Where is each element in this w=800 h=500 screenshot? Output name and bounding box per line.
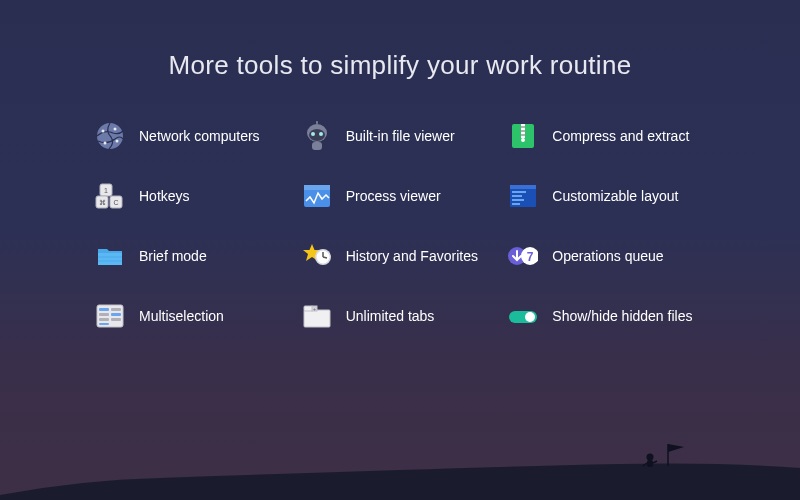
svg-point-55 xyxy=(525,312,535,322)
feature-label: Process viewer xyxy=(346,188,441,204)
feature-label: Unlimited tabs xyxy=(346,308,435,324)
feature-process-viewer: Process viewer xyxy=(302,181,499,211)
svg-rect-31 xyxy=(512,203,520,205)
svg-text:C: C xyxy=(113,199,118,206)
feature-hotkeys: 1 ⌘ C Hotkeys xyxy=(95,181,292,211)
svg-rect-48 xyxy=(111,318,121,321)
svg-line-60 xyxy=(653,461,657,463)
svg-rect-44 xyxy=(111,308,121,311)
page-title: More tools to simplify your work routine xyxy=(0,0,800,121)
svg-rect-14 xyxy=(521,126,525,128)
layout-icon xyxy=(508,181,538,211)
svg-text:⌘: ⌘ xyxy=(99,199,106,206)
svg-rect-27 xyxy=(510,185,536,189)
svg-text:+: + xyxy=(313,306,316,312)
svg-point-11 xyxy=(316,121,318,123)
ground-illustration xyxy=(0,440,800,500)
feature-operations-queue: 7 Operations queue xyxy=(508,241,705,271)
feature-label: Hotkeys xyxy=(139,188,190,204)
process-icon xyxy=(302,181,332,211)
feature-label: Show/hide hidden files xyxy=(552,308,692,324)
feature-label: History and Favorites xyxy=(346,248,478,264)
svg-rect-15 xyxy=(521,130,525,132)
feature-label: Network computers xyxy=(139,128,260,144)
svg-rect-32 xyxy=(98,253,122,265)
svg-point-2 xyxy=(114,128,117,131)
feature-network-computers: Network computers xyxy=(95,121,292,151)
svg-line-59 xyxy=(643,463,647,466)
svg-text:1: 1 xyxy=(104,187,108,194)
robot-icon xyxy=(302,121,332,151)
multiselect-icon xyxy=(95,301,125,331)
network-icon xyxy=(95,121,125,151)
svg-rect-46 xyxy=(111,313,121,316)
toggle-icon xyxy=(508,301,538,331)
feature-brief-mode: Brief mode xyxy=(95,241,292,271)
feature-label: Brief mode xyxy=(139,248,207,264)
svg-rect-45 xyxy=(99,313,109,316)
svg-rect-49 xyxy=(99,323,109,325)
svg-rect-16 xyxy=(521,134,525,136)
svg-rect-50 xyxy=(304,310,330,327)
folder-icon xyxy=(95,241,125,271)
svg-rect-29 xyxy=(512,195,522,197)
svg-text:7: 7 xyxy=(527,250,534,264)
svg-rect-28 xyxy=(512,191,526,193)
feature-multiselection: Multiselection xyxy=(95,301,292,331)
svg-rect-47 xyxy=(99,318,109,321)
svg-rect-30 xyxy=(512,199,524,201)
feature-built-in-file-viewer: Built-in file viewer xyxy=(302,121,499,151)
zip-icon xyxy=(508,121,538,151)
svg-point-8 xyxy=(319,132,323,136)
feature-label: Operations queue xyxy=(552,248,663,264)
feature-compress-and-extract: Compress and extract xyxy=(508,121,705,151)
tabs-icon: + xyxy=(302,301,332,331)
svg-rect-9 xyxy=(312,142,322,150)
svg-line-38 xyxy=(323,257,327,258)
feature-unlimited-tabs: + Unlimited tabs xyxy=(302,301,499,331)
feature-label: Multiselection xyxy=(139,308,224,324)
svg-rect-58 xyxy=(647,460,653,467)
svg-point-7 xyxy=(311,132,315,136)
feature-label: Customizable layout xyxy=(552,188,678,204)
feature-label: Compress and extract xyxy=(552,128,689,144)
svg-point-1 xyxy=(102,130,105,133)
feature-grid: Network computers Built-in file viewer xyxy=(0,121,800,331)
feature-show-hide-hidden-files: Show/hide hidden files xyxy=(508,301,705,331)
history-favorites-icon xyxy=(302,241,332,271)
svg-point-4 xyxy=(104,142,107,145)
svg-point-3 xyxy=(116,140,119,143)
hotkeys-icon: 1 ⌘ C xyxy=(95,181,125,211)
feature-label: Built-in file viewer xyxy=(346,128,455,144)
feature-history-and-favorites: History and Favorites xyxy=(302,241,499,271)
feature-customizable-layout: Customizable layout xyxy=(508,181,705,211)
svg-rect-25 xyxy=(304,185,330,190)
queue-icon: 7 xyxy=(508,241,538,271)
svg-point-17 xyxy=(521,138,525,142)
svg-point-57 xyxy=(647,454,654,461)
svg-rect-43 xyxy=(99,308,109,311)
